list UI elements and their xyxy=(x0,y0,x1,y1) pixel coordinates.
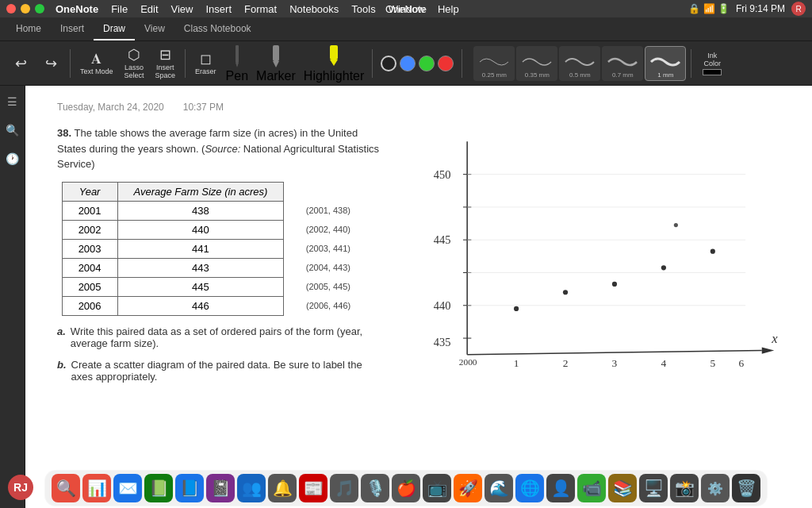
marker-button[interactable]: Marker xyxy=(253,40,299,87)
dock-news[interactable]: 📰 xyxy=(299,474,327,502)
tab-view[interactable]: View xyxy=(135,17,174,40)
nib-07[interactable]: 0.7 mm xyxy=(602,46,643,81)
nib-1[interactable]: 1 mm xyxy=(645,46,686,81)
undo-button[interactable]: ↩ xyxy=(6,53,35,74)
user-avatar-bottom[interactable]: RJ xyxy=(8,475,33,500)
pen-button[interactable]: Pen xyxy=(223,40,251,87)
eraser-button[interactable]: ◻ Eraser xyxy=(190,48,221,79)
menu-view[interactable]: View xyxy=(167,2,198,16)
nib-wave-05-icon xyxy=(564,52,596,71)
table-cell-size: 440 xyxy=(117,220,284,239)
svg-marker-5 xyxy=(330,60,338,66)
table-cell-year: 2004 xyxy=(62,258,117,277)
dock-tv[interactable]: 📺 xyxy=(423,474,451,502)
color-green[interactable] xyxy=(419,56,435,71)
clock: Fri 9:14 PM xyxy=(736,3,785,14)
dock-facetime[interactable]: 📹 xyxy=(577,474,606,502)
redo-button[interactable]: ↪ xyxy=(36,53,65,74)
sidebar-search-icon[interactable]: 🔍 xyxy=(3,121,22,140)
dock-teams[interactable]: 👥 xyxy=(237,474,266,502)
separator-2 xyxy=(185,49,186,78)
color-black[interactable] xyxy=(381,56,396,71)
nib-wave-icon xyxy=(478,52,510,71)
menu-notebooks[interactable]: Notebooks xyxy=(285,2,343,16)
dock-syspref[interactable]: ⚙️ xyxy=(701,474,730,502)
dock-notification[interactable]: 🔔 xyxy=(268,474,297,502)
ink-color-button[interactable]: Ink Color xyxy=(696,48,728,79)
table-row: 2002440(2002, 440) xyxy=(62,220,379,239)
dock-chrome[interactable]: 🌐 xyxy=(515,474,544,502)
nib-wave-035-icon xyxy=(521,52,553,71)
menu-insert[interactable]: Insert xyxy=(201,2,236,16)
eraser-icon: ◻ xyxy=(200,52,212,66)
tab-draw[interactable]: Draw xyxy=(94,17,135,40)
color-row-1 xyxy=(381,56,454,71)
table-pairs-header xyxy=(284,182,379,201)
traffic-lights xyxy=(6,4,44,13)
table-cell-pair: (2005, 445) xyxy=(284,277,379,296)
table-cell-year: 2002 xyxy=(62,220,117,239)
user-avatar[interactable]: R xyxy=(791,2,806,16)
sidebar-history-icon[interactable]: 🕐 xyxy=(3,149,22,168)
highlighter-button[interactable]: Highlighter xyxy=(301,40,367,87)
menu-edit[interactable]: Edit xyxy=(136,2,163,16)
dock-powerpoint[interactable]: 📊 xyxy=(82,474,111,502)
dock-apple[interactable]: 🍎 xyxy=(392,474,420,502)
problem-text: 38. The table shows the average farm siz… xyxy=(57,125,384,172)
tab-home[interactable]: Home xyxy=(6,17,51,40)
nib-035[interactable]: 0.35 mm xyxy=(516,46,557,81)
separator-5 xyxy=(691,49,691,78)
problem-left: 38. The table shows the average farm siz… xyxy=(57,125,384,391)
table-cell-size: 445 xyxy=(117,277,284,296)
dock-ss[interactable]: 📸 xyxy=(670,474,699,502)
lasso-select-button[interactable]: ⬡ LassoSelect xyxy=(120,44,149,83)
datapoint-2004 xyxy=(661,265,666,270)
menu-file[interactable]: File xyxy=(106,2,132,16)
menu-tools[interactable]: Tools xyxy=(347,2,380,16)
dock-excel[interactable]: 📗 xyxy=(144,474,173,502)
dock-books[interactable]: 📚 xyxy=(608,474,637,502)
datapoint-2002 xyxy=(563,290,568,294)
text-mode-button[interactable]: 𝐀 Text Mode xyxy=(75,48,118,79)
dock-podcast[interactable]: 🎙️ xyxy=(361,474,389,502)
dock-outlook[interactable]: ✉️ xyxy=(113,474,142,502)
left-sidebar: ☰ 🔍 🕐 xyxy=(0,86,25,508)
tab-class-notebook[interactable]: Class Notebook xyxy=(174,17,261,40)
table-cell-size: 443 xyxy=(117,258,284,277)
svg-marker-1 xyxy=(236,63,239,67)
menu-help[interactable]: Help xyxy=(433,2,464,16)
ink-color-sublabel: Color xyxy=(704,60,722,67)
dock-onenote[interactable]: 📓 xyxy=(206,474,235,502)
dock-contacts[interactable]: 👤 xyxy=(546,474,575,502)
table-row: 2001438(2001, 438) xyxy=(62,201,379,220)
color-blue[interactable] xyxy=(400,56,416,71)
fullscreen-button[interactable] xyxy=(35,4,44,13)
tab-insert[interactable]: Insert xyxy=(51,17,94,40)
x-axis-label: x xyxy=(771,331,778,346)
dock-siri[interactable]: 🌊 xyxy=(485,474,513,502)
insert-space-button[interactable]: ⊟ InsertSpace xyxy=(151,44,181,83)
dock-trash[interactable]: 🗑️ xyxy=(732,474,760,502)
x-label-5: 5 xyxy=(710,357,715,369)
dock-music[interactable]: 🎵 xyxy=(330,474,358,502)
dock-word[interactable]: 📘 xyxy=(175,474,204,502)
note-header: Tuesday, March 24, 2020 10:37 PM xyxy=(57,102,780,113)
sidebar-pages-icon[interactable]: ☰ xyxy=(3,92,22,111)
data-table: Year Average Farm Size (in acres) 200143… xyxy=(62,182,380,316)
dock-finder2[interactable]: 🖥️ xyxy=(639,474,668,502)
dock-launchpad[interactable]: 🚀 xyxy=(454,474,482,502)
main-layout: ☰ 🔍 🕐 Tuesday, March 24, 2020 10:37 PM 3… xyxy=(0,86,812,508)
y-label-450: 450 xyxy=(434,168,451,181)
svg-line-7 xyxy=(467,351,762,355)
minimize-button[interactable] xyxy=(21,4,30,13)
lasso-label: LassoSelect xyxy=(124,64,144,79)
menu-format[interactable]: Format xyxy=(239,2,282,16)
close-button[interactable] xyxy=(6,4,16,13)
dock-finder[interactable]: 🔍 xyxy=(52,474,80,502)
datapoint-2003 xyxy=(612,282,617,287)
x-label-6: 6 xyxy=(739,357,745,369)
nib-05[interactable]: 0.5 mm xyxy=(559,46,600,81)
color-red[interactable] xyxy=(438,56,454,71)
nib-025[interactable]: 0.25 mm xyxy=(473,46,515,81)
pen-icon xyxy=(228,44,246,69)
